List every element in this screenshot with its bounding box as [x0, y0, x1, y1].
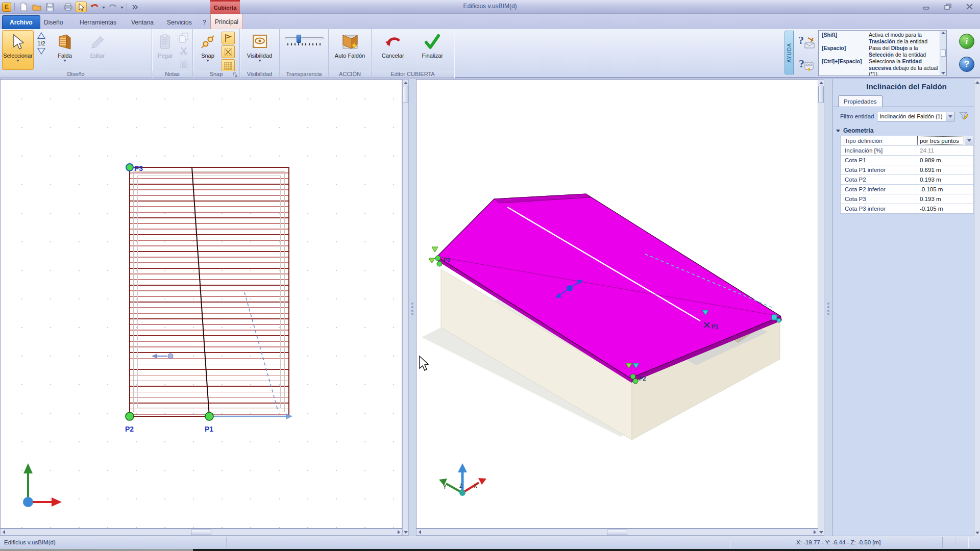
dropdown-button[interactable]: [965, 136, 973, 145]
restore-button[interactable]: [941, 2, 954, 11]
scroll-up-icon[interactable]: [941, 32, 945, 34]
property-row[interactable]: Cota P2 0.193 m: [841, 174, 973, 184]
point-3d-p3b[interactable]: [437, 261, 442, 266]
point-3d-p3[interactable]: [435, 256, 440, 261]
slider-track[interactable]: [285, 37, 324, 39]
property-row[interactable]: Tipo definición por tres puntos: [841, 136, 973, 145]
scroll-left-icon[interactable]: [416, 529, 423, 535]
property-row[interactable]: Cota P3 0.193 m: [841, 194, 973, 204]
marker-square-cyan[interactable]: [772, 315, 777, 320]
property-row[interactable]: Cota P3 inferior -0.105 m: [841, 204, 973, 213]
redo-icon: [108, 3, 117, 11]
page-down-button[interactable]: [37, 48, 45, 55]
snap-grid-toggle[interactable]: [222, 59, 235, 72]
minimize-button[interactable]: [920, 2, 933, 11]
marker-dot-cyan[interactable]: [777, 318, 781, 322]
print-button[interactable]: [62, 2, 74, 12]
scroll-left-icon[interactable]: [1, 529, 7, 535]
panel-scrollbar[interactable]: [974, 79, 980, 536]
slope-node[interactable]: [168, 354, 173, 359]
scrollbar-vertical-2d[interactable]: [402, 79, 409, 536]
scrollbar-horizontal-3d[interactable]: [416, 529, 818, 536]
property-row[interactable]: Cota P1 inferior 0.691 m: [841, 165, 973, 174]
undo-dropdown-icon[interactable]: [102, 7, 105, 9]
paste-special-icon: [178, 58, 190, 70]
tab-principal[interactable]: Principal: [210, 14, 243, 29]
property-row[interactable]: Cota P1 0.989 m: [841, 155, 973, 165]
app-logo-icon[interactable]: E: [2, 3, 11, 12]
dropdown-button[interactable]: [946, 112, 954, 121]
filter-edit-icon[interactable]: [959, 111, 969, 122]
marker-triangle[interactable]: [429, 258, 435, 263]
tab-archivo[interactable]: Archivo: [2, 15, 40, 29]
scroll-thumb[interactable]: [607, 530, 627, 535]
scroll-down-icon[interactable]: [974, 530, 980, 536]
close-button[interactable]: [963, 2, 976, 11]
point-p1[interactable]: [205, 412, 213, 420]
snap-dialog-launcher[interactable]: [232, 72, 238, 78]
edit-icon: [89, 33, 106, 51]
ridge-line[interactable]: [192, 167, 209, 416]
marker-triangle[interactable]: [432, 247, 438, 252]
scroll-thumb[interactable]: [818, 86, 824, 103]
scroll-up-icon[interactable]: [818, 80, 824, 86]
new-file-button[interactable]: [18, 2, 29, 12]
tab-ventana[interactable]: Ventana: [124, 15, 161, 29]
scroll-down-icon[interactable]: [941, 72, 945, 74]
scroll-right-icon[interactable]: [812, 529, 818, 535]
customize-toolbar-button[interactable]: [130, 2, 141, 12]
scroll-up-icon[interactable]: [403, 80, 409, 86]
tab-diseno[interactable]: Diseño: [37, 15, 70, 29]
scroll-thumb[interactable]: [191, 530, 211, 535]
point-3d-p2b[interactable]: [633, 379, 638, 384]
property-row[interactable]: Inclinación [%] 24.11: [841, 145, 973, 155]
viewport-3d[interactable]: P3 P1 P2: [416, 79, 818, 529]
save-button[interactable]: [44, 2, 56, 12]
scroll-thumb[interactable]: [403, 86, 408, 103]
scroll-thumb[interactable]: [941, 49, 946, 57]
transparency-slider[interactable]: [283, 30, 326, 45]
falda-button[interactable]: Falda: [49, 30, 81, 70]
help-video-button[interactable]: ?: [798, 56, 815, 73]
scrollbar-horizontal-2d[interactable]: [0, 529, 402, 536]
visibilidad-button[interactable]: Visibilidad: [242, 30, 277, 70]
slider-handle[interactable]: [297, 35, 301, 43]
redo-dropdown-icon[interactable]: [120, 7, 124, 9]
axis-gizmo-3d: Y Z X: [439, 463, 486, 496]
section-geometria[interactable]: Geometría: [836, 126, 977, 135]
scroll-right-icon[interactable]: [396, 529, 402, 535]
help-contact-button[interactable]: ?: [798, 34, 815, 51]
point-3d-p2[interactable]: [630, 374, 635, 379]
info-icon[interactable]: i: [959, 34, 974, 49]
tab-propiedades[interactable]: Propiedades: [838, 95, 883, 107]
scroll-down-icon[interactable]: [403, 529, 409, 535]
snap-button[interactable]: Snap: [195, 30, 220, 70]
question-icon[interactable]: ?: [959, 57, 974, 72]
tipo-definicion-select[interactable]: por tres puntos: [917, 136, 964, 145]
property-row[interactable]: Cota P2 inferior -0.105 m: [841, 184, 973, 194]
select-tool-button[interactable]: [76, 2, 87, 12]
snap-intersection-toggle[interactable]: [222, 45, 235, 58]
tab-servicios[interactable]: Servicios: [160, 15, 199, 29]
auto-faldon-button[interactable]: Auto Faldón: [332, 30, 368, 70]
viewport-2d-plan[interactable]: P3 P2 P1: [0, 79, 402, 529]
snap-endpoint-toggle[interactable]: [222, 32, 235, 44]
cancelar-button[interactable]: Cancelar: [376, 30, 410, 70]
point-p3[interactable]: [126, 164, 133, 171]
page-up-button[interactable]: [37, 32, 45, 39]
scroll-down-icon[interactable]: [818, 529, 824, 535]
viewport-splitter[interactable]: [409, 79, 416, 536]
seleccionar-button[interactable]: Seleccionar: [2, 30, 34, 70]
undo-button[interactable]: [89, 2, 100, 12]
panel-splitter[interactable]: [824, 79, 832, 536]
redo-button[interactable]: [107, 2, 118, 12]
scroll-up-icon[interactable]: [974, 79, 980, 85]
finalizar-button[interactable]: Finalizar: [415, 30, 449, 70]
point-p2[interactable]: [126, 412, 134, 420]
scrollbar-vertical-3d[interactable]: [818, 79, 824, 536]
ayuda-vertical-tab[interactable]: AYUDA: [785, 31, 794, 74]
open-button[interactable]: [31, 2, 42, 12]
tab-herramientas[interactable]: Herramientas: [72, 15, 124, 29]
entity-filter-select[interactable]: Inclinación del Faldón (1): [877, 112, 954, 121]
help-scrollbar[interactable]: [940, 31, 946, 75]
